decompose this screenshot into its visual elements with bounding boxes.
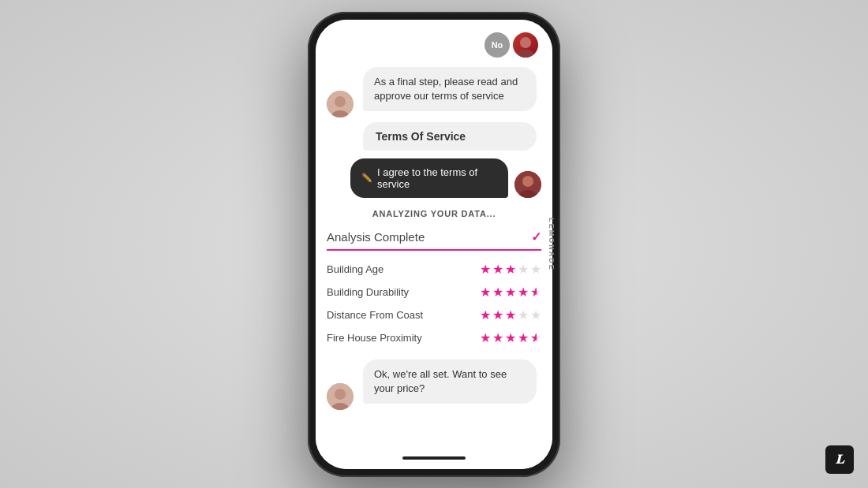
- bot-avatar-2: [327, 383, 354, 410]
- rating-label: Building Durability: [327, 286, 409, 298]
- star-filled: ★: [480, 285, 491, 300]
- star-filled: ★: [518, 285, 529, 300]
- svg-point-9: [335, 389, 346, 400]
- svg-point-1: [517, 50, 534, 58]
- bot-bubble-2: Ok, we're all set. Want to see your pric…: [363, 359, 537, 404]
- star-filled: ★: [492, 330, 503, 345]
- bot-message-2-text: Ok, we're all set. Want to see your pric…: [374, 368, 507, 394]
- stars: ★★★★★: [480, 307, 541, 322]
- star-empty: ★: [518, 307, 529, 322]
- star-filled: ★: [480, 307, 491, 322]
- star-filled: ★: [505, 285, 516, 300]
- analyzing-text: ANALYZING YOUR DATA...: [327, 209, 541, 218]
- stars: ★★★★★★: [480, 285, 541, 300]
- home-bar-line: [402, 456, 466, 460]
- user-avatar-chat: [514, 171, 541, 198]
- stars: ★★★★★: [480, 262, 541, 277]
- analysis-complete-text: Analysis Complete: [327, 230, 425, 244]
- bot-message-1-text: As a final step, please read and approve…: [374, 76, 518, 102]
- terms-label: Terms Of Service: [376, 130, 466, 143]
- phone-frame: No: [308, 12, 560, 477]
- star-filled: ★: [505, 307, 516, 322]
- star-half: ★★: [530, 285, 541, 300]
- terms-of-service-bubble: Terms Of Service: [363, 122, 537, 151]
- home-bar: [316, 447, 552, 469]
- star-filled: ★: [492, 307, 503, 322]
- analysis-complete-row: Analysis Complete ✓: [327, 229, 541, 251]
- rating-label: Fire House Proximity: [327, 332, 422, 344]
- screen-content[interactable]: No: [316, 20, 552, 447]
- svg-point-0: [520, 37, 531, 48]
- watermark: LEMONADE: [547, 218, 555, 271]
- star-filled: ★: [505, 262, 516, 277]
- lemonade-badge: 𝐋: [825, 445, 854, 474]
- top-avatars: No: [327, 32, 541, 58]
- star-filled: ★: [505, 330, 516, 345]
- phone-screen: No: [316, 20, 552, 469]
- star-filled: ★: [492, 285, 503, 300]
- bot-message-2-row: Ok, we're all set. Want to see your pric…: [327, 359, 541, 410]
- no-avatar: No: [485, 32, 510, 58]
- star-empty: ★: [530, 307, 541, 322]
- bot-message-1-row: As a final step, please read and approve…: [327, 67, 541, 117]
- user-bubble: ✏️ I agree to the terms of service: [350, 158, 508, 198]
- star-filled: ★: [518, 330, 529, 345]
- star-empty: ★: [518, 262, 529, 277]
- star-filled: ★: [480, 330, 491, 345]
- rating-row: Distance From Coast★★★★★: [327, 307, 541, 322]
- rating-row: Building Age★★★★★: [327, 262, 541, 277]
- no-label: No: [492, 40, 503, 50]
- rating-label: Building Age: [327, 263, 383, 275]
- star-half: ★★: [530, 330, 541, 345]
- star-filled: ★: [492, 262, 503, 277]
- lemonade-logo-icon: 𝐋: [836, 453, 844, 467]
- user-message-row: ✏️ I agree to the terms of service: [327, 158, 541, 198]
- rating-label: Distance From Coast: [327, 309, 423, 321]
- check-icon: ✓: [531, 229, 541, 244]
- user-message-text: I agree to the terms of service: [377, 166, 497, 190]
- pencil-icon: ✏️: [361, 173, 372, 183]
- bot-avatar-1: [327, 91, 354, 117]
- stars: ★★★★★★: [480, 330, 541, 345]
- ratings-container: Building Age★★★★★Building Durability★★★★…: [327, 262, 541, 345]
- user-avatar-top: [513, 32, 538, 58]
- star-empty: ★: [530, 262, 541, 277]
- rating-row: Fire House Proximity★★★★★★: [327, 330, 541, 345]
- svg-point-3: [335, 96, 346, 107]
- svg-point-6: [522, 176, 533, 187]
- rating-row: Building Durability★★★★★★: [327, 285, 541, 300]
- star-filled: ★: [480, 262, 491, 277]
- bot-bubble-1: As a final step, please read and approve…: [363, 67, 537, 111]
